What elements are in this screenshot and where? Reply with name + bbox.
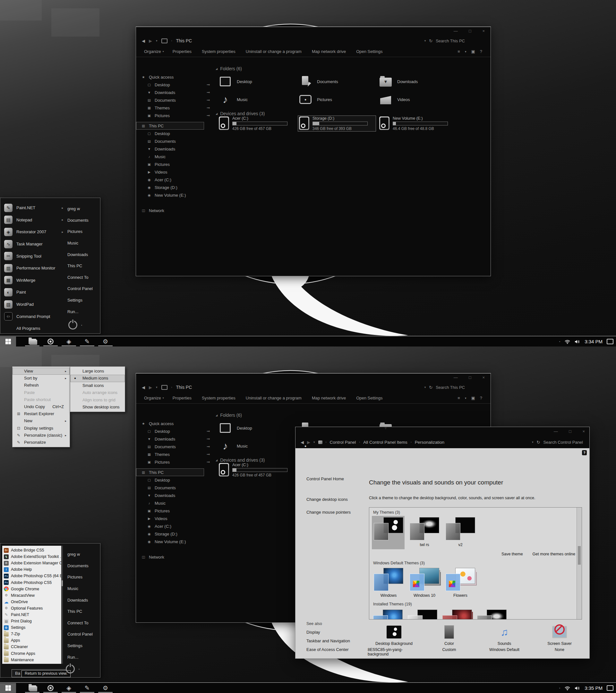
see-also-link[interactable]: Display bbox=[306, 630, 350, 638]
recent-locations-icon[interactable]: ▾ bbox=[314, 440, 315, 444]
toolbar-button[interactable]: Map network drive bbox=[312, 396, 347, 400]
forward-button[interactable]: ▶ bbox=[307, 440, 310, 445]
sidebar-item[interactable]: ▢ Desktop ⊸ bbox=[136, 427, 210, 435]
drive-tile[interactable]: Acer (C:) 426 GB free of 457 GB bbox=[218, 116, 296, 132]
program-item[interactable]: CCleaner bbox=[4, 644, 61, 650]
taskbar-restorator-button[interactable]: ◈ bbox=[60, 683, 78, 693]
recent-locations-icon[interactable]: ▾ bbox=[156, 385, 158, 389]
taskbar-paint-net-button[interactable]: ✎ bbox=[78, 337, 96, 346]
start-menu-place[interactable]: Downloads bbox=[64, 249, 100, 260]
scrollbar-thumb[interactable] bbox=[578, 546, 581, 565]
sidebar-item[interactable]: ▦ Themes ⊸ bbox=[136, 451, 210, 458]
refresh-icon[interactable]: ↻ bbox=[429, 39, 433, 43]
forward-button[interactable]: ▶ bbox=[149, 385, 152, 390]
clock[interactable]: 3:35 PM bbox=[584, 685, 602, 691]
close-button[interactable]: × bbox=[582, 429, 585, 434]
start-menu-place[interactable]: Music bbox=[64, 583, 100, 594]
program-item[interactable]: ⚙ Settings bbox=[4, 624, 61, 631]
details-view-icon[interactable]: ≡ bbox=[458, 396, 460, 400]
context-menu-item[interactable]: ✎ Personalize bbox=[13, 439, 69, 446]
sidebar-item[interactable]: ▤ Documents ⊸ bbox=[136, 96, 210, 104]
power-options-arrow-icon[interactable]: ▪ bbox=[79, 668, 80, 671]
action-center-icon[interactable] bbox=[607, 339, 613, 344]
start-menu-item[interactable]: All Programs bbox=[4, 322, 64, 335]
submenu-item[interactable]: Large icons bbox=[70, 368, 125, 375]
submenu-item[interactable]: Show desktop icons bbox=[70, 403, 125, 411]
program-item[interactable]: ☁ OneDrive bbox=[4, 599, 61, 605]
start-menu-place[interactable]: greg w bbox=[64, 203, 100, 215]
minimize-button[interactable]: — bbox=[454, 375, 458, 380]
sidebar-item[interactable]: ▼ Downloads ⊸ bbox=[136, 492, 210, 499]
toolbar-button[interactable]: Properties bbox=[173, 49, 193, 54]
start-menu-item[interactable]: C:\ Command Prompt bbox=[4, 310, 64, 322]
collapse-icon[interactable]: ◢ bbox=[216, 414, 218, 417]
program-item[interactable]: ⚙ MiracastView bbox=[4, 592, 61, 599]
maximize-button[interactable]: □ bbox=[469, 28, 471, 33]
power-options-arrow-icon[interactable]: ▪ bbox=[81, 324, 82, 326]
theme-component[interactable]: Color Custom bbox=[423, 624, 475, 656]
large-icons-view-icon[interactable]: ▣ bbox=[471, 49, 475, 54]
folder-tile[interactable]: ♪ Music bbox=[218, 438, 298, 454]
sidebar-item[interactable]: ▣ Pictures ⊸ bbox=[136, 507, 210, 515]
start-menu-place[interactable]: Settings bbox=[64, 295, 100, 306]
minimize-button[interactable]: — bbox=[554, 429, 558, 434]
minimize-button[interactable]: — bbox=[454, 28, 458, 33]
start-menu-item[interactable]: ◐ Paint bbox=[4, 286, 64, 298]
search-input[interactable]: ▾ ↻ Search This PC bbox=[424, 385, 465, 390]
chevron-down-icon[interactable]: ▾ bbox=[465, 397, 466, 400]
theme-tile[interactable] bbox=[373, 610, 403, 619]
folder-tile[interactable]: Videos bbox=[378, 92, 458, 107]
submenu-item[interactable]: Align icons to grid bbox=[70, 397, 125, 403]
sidebar-item[interactable]: ▤ Documents ⊸ bbox=[136, 137, 210, 145]
context-menu-item[interactable]: Paste shortcut bbox=[13, 396, 69, 403]
get-more-themes-link[interactable]: Get more themes online bbox=[533, 552, 575, 556]
change-desktop-icons-link[interactable]: Change desktop icons bbox=[306, 497, 348, 502]
folder-tile[interactable]: ● Pictures bbox=[298, 92, 378, 107]
theme-tile[interactable]: twl rs bbox=[409, 517, 440, 547]
toolbar-button[interactable]: System properties bbox=[202, 49, 237, 54]
breadcrumb-all-items[interactable]: All Control Panel Items bbox=[363, 440, 407, 445]
maximize-button[interactable]: □ bbox=[469, 375, 471, 380]
folder-tile[interactable]: ▼ Downloads bbox=[378, 74, 458, 89]
toolbar-button[interactable]: Uninstall or change a program bbox=[246, 396, 303, 400]
start-menu-place[interactable]: Run... bbox=[64, 306, 100, 317]
search-input[interactable]: ▾ ↻ Search This PC bbox=[424, 39, 465, 43]
start-menu-place[interactable]: Control Panel bbox=[64, 283, 100, 295]
program-item[interactable]: Br Adobe Bridge CS5 bbox=[4, 547, 61, 553]
start-menu-place[interactable]: Run... bbox=[64, 651, 100, 663]
context-menu-item[interactable]: Refresh bbox=[13, 382, 69, 389]
start-button[interactable] bbox=[0, 683, 16, 693]
context-menu-item[interactable]: ⊞ Restart Explorer bbox=[13, 410, 69, 417]
theme-tile[interactable] bbox=[476, 610, 507, 619]
program-item[interactable]: Ps Adobe Photoshop CS5 bbox=[4, 579, 61, 586]
theme-tile[interactable]: Windows bbox=[373, 568, 404, 598]
clock[interactable]: 3:34 PM bbox=[584, 339, 602, 344]
action-center-icon[interactable] bbox=[607, 685, 613, 691]
sidebar-item[interactable]: ♪ Music ⊸ bbox=[136, 499, 210, 507]
change-mouse-pointers-link[interactable]: Change mouse pointers bbox=[306, 510, 351, 515]
programs-scrollbar[interactable] bbox=[62, 546, 63, 664]
sidebar-item[interactable]: ▼ Downloads ⊸ bbox=[136, 145, 210, 153]
themes-scrollbar[interactable] bbox=[577, 508, 582, 619]
title-bar[interactable]: — □ × bbox=[136, 27, 491, 35]
sidebar-item[interactable]: ◉ Acer (C:) ⊸ bbox=[136, 522, 210, 530]
large-icons-view-icon[interactable]: ▣ bbox=[471, 396, 475, 400]
submenu-item[interactable]: Small icons bbox=[70, 382, 125, 389]
sidebar-item[interactable]: ◉ New Volume (E:) ⊸ bbox=[136, 191, 210, 199]
program-item[interactable]: ↯ Adobe ExtendScript Toolkit ... bbox=[4, 553, 61, 560]
sidebar-item[interactable]: ♪ Music ⊸ bbox=[136, 153, 210, 160]
breadcrumb-personalization[interactable]: Personalization bbox=[415, 440, 444, 445]
start-menu-item[interactable]: ▤ Notepad ▸ bbox=[4, 214, 64, 226]
program-item[interactable]: ⚙ Adobe Extension Manager C... bbox=[4, 560, 61, 566]
refresh-icon[interactable]: ↻ bbox=[429, 385, 433, 390]
back-button[interactable]: ◀ bbox=[142, 39, 145, 43]
toolbar-button[interactable]: Properties bbox=[173, 396, 193, 400]
power-button[interactable] bbox=[68, 320, 77, 330]
taskbar-restorator-button[interactable]: ◈ bbox=[60, 337, 78, 346]
refresh-icon[interactable]: ↻ bbox=[537, 440, 540, 445]
start-menu-place[interactable]: Connect To bbox=[64, 617, 100, 629]
start-menu-item[interactable]: ◈ Restorator 2007 ▸ bbox=[4, 226, 64, 238]
taskbar-file-explorer-button[interactable] bbox=[23, 683, 41, 693]
drive-tile[interactable]: New Volume (E:) 46.4 GB free of 48.8 GB bbox=[378, 116, 456, 132]
sidebar-item[interactable]: ▣ Pictures ⊸ bbox=[136, 458, 210, 466]
